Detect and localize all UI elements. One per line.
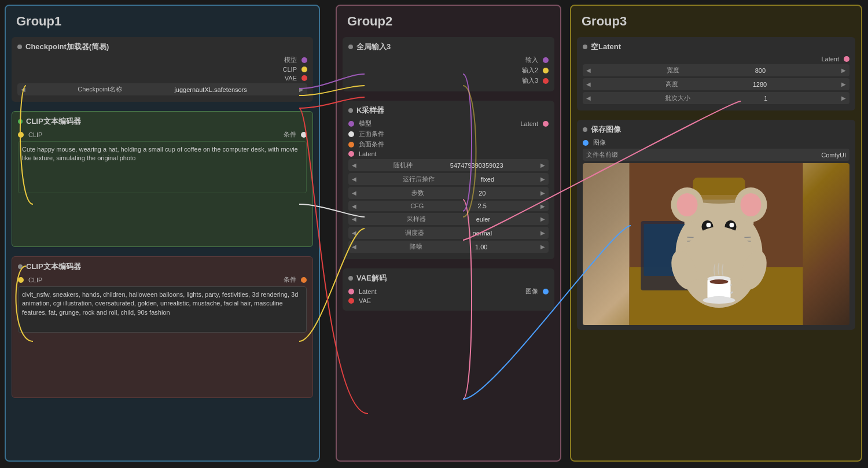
group3: Group3 空Latent Latent ◀ 宽度 800 ▶ ◀ 高度 12… [570,5,862,462]
checkpoint-model-port-row: 模型 [284,56,307,64]
ksampler-latent-out: Latent [520,120,549,127]
empty-latent-title: 空Latent [583,42,849,52]
vae-port-out[interactable] [301,75,307,81]
global-input3-port[interactable] [543,78,549,84]
ksampler-model-port[interactable] [348,121,354,127]
global-input2-port[interactable] [543,68,549,73]
checkpoint-arrow-left[interactable]: ◀ [21,86,25,93]
cfg-arrow-left[interactable]: ◀ [352,203,356,209]
global-input1-out: 输入 [525,56,549,64]
global-input3-out: 输入3 [522,76,549,85]
ksampler-positive-in: 正面条件 [348,130,384,138]
svg-point-10 [677,193,698,216]
global-input1-row: 输入 [348,56,549,64]
clip-port-out[interactable] [301,67,307,72]
batch-arrow-right[interactable]: ▶ [841,95,846,101]
ksampler-latent-in-row: Latent [348,150,549,157]
global-input-title: 全局输入3 [348,42,549,52]
clip1-clip-in: CLIP [18,131,42,138]
ksampler-scheduler-field: ◀ 调度器 normal ▶ [348,227,549,239]
checkpoint-node: Checkpoint加载器(简易) 模型 CLIP VAE ◀ [12,37,313,102]
group2-title: Group2 [343,12,554,31]
sampler-arrow-right[interactable]: ▶ [540,216,545,222]
width-arrow-left[interactable]: ◀ [586,67,591,73]
clip1-dot [18,119,23,124]
clip2-condition-port-out[interactable] [301,277,307,283]
empty-latent-port-out[interactable] [844,56,849,62]
save-image-port-in[interactable] [583,140,589,146]
ksampler-steps-field: ◀ 步数 20 ▶ [348,187,549,199]
action-arrow-right[interactable]: ▶ [540,176,545,182]
denoise-arrow-left[interactable]: ◀ [352,244,356,250]
seed-arrow-right[interactable]: ▶ [540,162,545,168]
ksampler-positive-row: 正面条件 [348,130,549,138]
vae-decode-title: VAE解码 [348,273,549,283]
vae-decode-node: VAE解码 Latent 图像 VAE [343,268,554,311]
vae-decode-image-out: 图像 [525,287,549,296]
checkpoint-name-row: ◀ Checkpoint名称 juggernautXL.safetensors … [17,83,307,95]
clip2-condition-out: 条件 [284,275,307,284]
width-arrow-right[interactable]: ▶ [841,67,846,73]
empty-latent-dot [583,45,587,49]
empty-latent-batch: ◀ 批次大小 1 ▶ [583,92,849,104]
ksampler-action-field: ◀ 运行后操作 fixed ▶ [348,173,549,185]
svg-point-29 [703,297,735,304]
clip1-text[interactable]: Cute happy mouse, wearing a hat, holding… [18,141,307,193]
scheduler-arrow-left[interactable]: ◀ [352,230,356,236]
vae-decode-latent-row: Latent 图像 [348,287,549,296]
ksampler-negative-port[interactable] [348,142,354,148]
ksampler-positive-port[interactable] [348,131,354,137]
action-arrow-left[interactable]: ◀ [352,176,356,182]
clip1-clip-port-in[interactable] [18,132,24,138]
checkpoint-vae-row: VAE [17,75,307,82]
seed-arrow-left[interactable]: ◀ [352,162,356,168]
vae-decode-latent-port[interactable] [348,289,354,294]
clip2-text[interactable]: civit_nsfw, sneakers, hands, children, h… [18,286,307,333]
clip2-dot [18,264,23,269]
ksampler-denoise-field: ◀ 降噪 1.00 ▶ [348,241,549,253]
svg-point-15 [707,223,711,227]
steps-arrow-right[interactable]: ▶ [540,190,545,196]
group1-title: Group1 [12,12,313,31]
height-arrow-left[interactable]: ◀ [586,81,591,87]
vae-decode-image-port[interactable] [543,289,549,294]
checkpoint-title: Checkpoint加载器(简易) [17,42,307,52]
batch-arrow-left[interactable]: ◀ [586,95,591,101]
ksampler-seed-field: ◀ 随机种 547479390359023 ▶ [348,159,549,171]
generated-image [583,163,849,325]
clip1-condition-port-out[interactable] [301,132,307,138]
checkpoint-vae-port-row: VAE [285,75,307,82]
global-input1-port[interactable] [543,57,549,63]
clip2-clip-port-in[interactable] [18,277,24,283]
ksampler-negative-row: 负面条件 [348,140,549,149]
clip1-condition-out: 条件 [284,130,307,139]
save-image-title: 保存图像 [583,124,849,135]
cfg-arrow-right[interactable]: ▶ [540,203,545,209]
ksampler-node: K采样器 模型 Latent 正面条件 负面条件 [343,101,554,259]
vae-decode-vae-port[interactable] [348,298,354,304]
mouse-svg [583,163,849,325]
save-image-node: 保存图像 图像 文件名前缀 ComfyUI [577,120,855,330]
denoise-arrow-right[interactable]: ▶ [540,244,545,250]
checkpoint-model-row: 模型 [17,56,307,64]
vae-decode-vae-row: VAE [348,297,549,304]
steps-arrow-left[interactable]: ◀ [352,190,356,196]
group3-title: Group3 [577,12,855,31]
global-input3-row: 输入3 [348,76,549,85]
height-arrow-right[interactable]: ▶ [841,81,846,87]
ksampler-latent-port[interactable] [543,121,549,127]
clip2-ports-row: CLIP 条件 [18,275,307,284]
clip-encoder2-node: CLIP文本编码器 CLIP 条件 civit_nsfw, sneakers, … [12,256,313,398]
model-port-out[interactable] [301,57,307,63]
clip-encoder1-node: CLIP文本编码器 CLIP 条件 Cute happy mouse, wear… [12,111,313,247]
clip-encoder1-title: CLIP文本编码器 [18,116,307,127]
checkpoint-dot [17,45,22,49]
svg-point-16 [730,223,734,227]
checkpoint-arrow-right[interactable]: ▶ [299,86,304,93]
ksampler-model-row: 模型 Latent [348,119,549,128]
global-input2-out: 输入2 [522,66,549,75]
sampler-arrow-left[interactable]: ◀ [352,216,356,222]
scheduler-arrow-right[interactable]: ▶ [540,230,545,236]
ksampler-latent-in-port[interactable] [348,151,354,157]
vae-decode-latent-in: Latent [348,288,377,295]
